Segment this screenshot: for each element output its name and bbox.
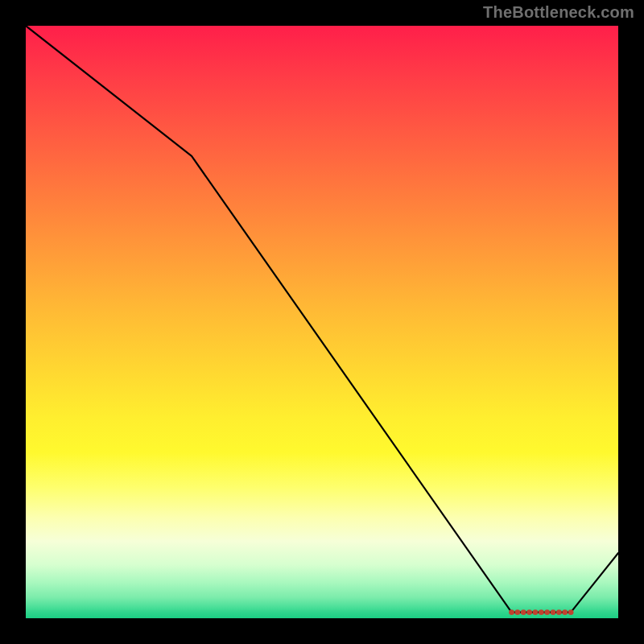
sweet-spot-dot: [539, 609, 544, 615]
bottleneck-curve-line: [26, 26, 618, 613]
sweet-spot-dot: [514, 609, 520, 615]
sweet-spot-markers: [509, 609, 573, 615]
bottleneck-curve-group: [26, 26, 618, 613]
sweet-spot-dot: [544, 609, 550, 615]
chart-overlay: [26, 26, 618, 618]
sweet-spot-dot: [526, 609, 532, 615]
sweet-spot-dot: [521, 609, 526, 615]
sweet-spot-dot: [533, 609, 539, 615]
sweet-spot-dot: [551, 609, 556, 615]
sweet-spot-dot: [509, 609, 514, 615]
sweet-spot-dot: [556, 609, 562, 615]
plot-area: [26, 26, 618, 618]
chart-frame: TheBottleneck.com: [0, 0, 644, 644]
watermark-text: TheBottleneck.com: [483, 3, 634, 22]
sweet-spot-dot: [568, 609, 574, 615]
sweet-spot-dot: [562, 609, 568, 615]
